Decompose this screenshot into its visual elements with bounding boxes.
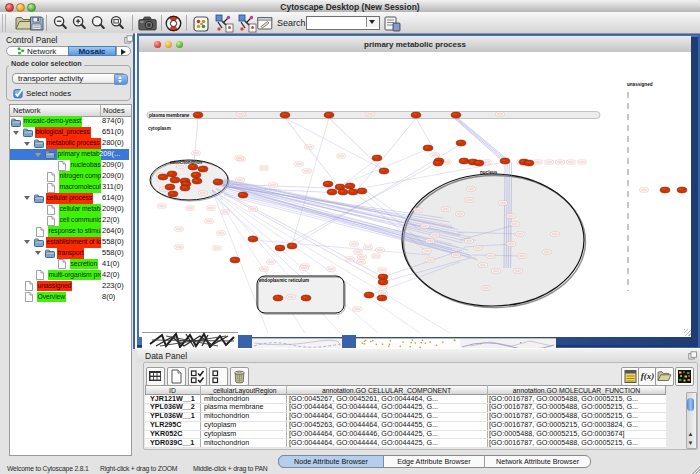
svg-text:mitochondrion: mitochondrion [170,160,202,165]
svg-text:plasma membrane: plasma membrane [149,113,190,118]
svg-text:endoplasmic reticulum: endoplasmic reticulum [259,278,309,283]
svg-text:cytoplasm: cytoplasm [148,126,171,131]
svg-text:unassigned: unassigned [627,82,653,87]
svg-text:nucleus: nucleus [480,170,498,175]
